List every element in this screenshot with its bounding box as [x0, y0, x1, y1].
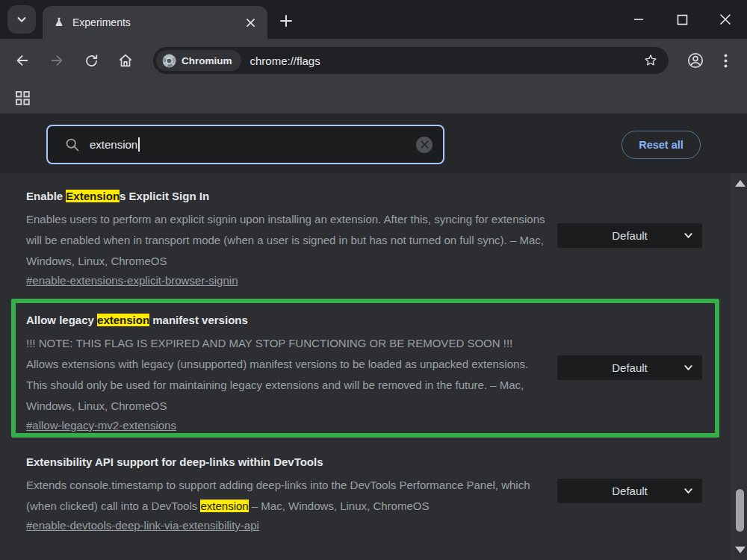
- flag-expired-note: !!! NOTE: THIS FLAG IS EXPIRED AND MAY S…: [26, 333, 549, 354]
- flag-description: Extends console.timestamp to support add…: [26, 475, 549, 517]
- scrollbar-thumb[interactable]: [736, 489, 744, 532]
- chevron-down-icon: [684, 363, 693, 373]
- profile-button[interactable]: [681, 46, 710, 75]
- tab-experiments[interactable]: Experiments: [43, 6, 267, 39]
- url-text[interactable]: chrome://flags: [250, 55, 641, 67]
- search-icon: [64, 137, 80, 152]
- star-icon: [643, 53, 658, 68]
- back-button[interactable]: [7, 46, 37, 75]
- plus-icon: [279, 14, 293, 28]
- window-controls: [617, 0, 747, 39]
- chevron-down-icon: [16, 13, 28, 25]
- flag-row-enable-extensions-explicit-sign-in: Enable Extensions Explicit Sign In Enabl…: [0, 185, 731, 288]
- apps-shortcut-button[interactable]: [13, 88, 32, 108]
- menu-button[interactable]: [710, 46, 740, 75]
- chromium-logo-icon: [162, 54, 176, 68]
- site-chip-label: Chromium: [182, 55, 232, 66]
- flask-icon: [53, 16, 65, 28]
- forward-arrow-icon: [49, 52, 65, 69]
- flag-permalink-link[interactable]: #enable-extensions-explicit-browser-sign…: [26, 274, 238, 287]
- chevron-down-icon: [684, 231, 693, 240]
- site-info-chip[interactable]: Chromium: [156, 50, 241, 71]
- flag-title: Allow legacy extension manifest versions: [26, 312, 549, 328]
- address-bar[interactable]: Chromium chrome://flags: [153, 47, 669, 74]
- flag-value-label: Default: [612, 229, 648, 242]
- browser-toolbar: Chromium chrome://flags: [0, 39, 747, 82]
- kebab-menu-icon: [724, 54, 728, 68]
- flag-permalink: #enable-devtools-deep-link-via-extensibi…: [26, 518, 549, 533]
- scrollbar[interactable]: [732, 173, 747, 560]
- tab-title: Experiments: [72, 16, 244, 28]
- titlebar: Experiments: [0, 0, 747, 39]
- tab-search-button[interactable]: [7, 5, 36, 34]
- tab-close-icon[interactable]: [244, 16, 257, 29]
- profile-icon: [686, 52, 704, 69]
- bookmark-button[interactable]: [640, 50, 661, 71]
- flag-permalink-link[interactable]: #enable-devtools-deep-link-via-extensibi…: [26, 519, 259, 532]
- chevron-down-icon: [684, 486, 693, 496]
- forward-button[interactable]: [42, 46, 72, 75]
- flag-description: !!! NOTE: THIS FLAG IS EXPIRED AND MAY S…: [26, 333, 549, 417]
- scroll-down-arrow-icon[interactable]: [735, 547, 746, 553]
- new-tab-button[interactable]: [275, 10, 297, 32]
- flag-value-select[interactable]: Default: [557, 223, 702, 248]
- flag-value-label: Default: [612, 485, 648, 497]
- home-button[interactable]: [111, 46, 140, 75]
- search-highlight: extension: [200, 500, 248, 512]
- clear-search-button[interactable]: [416, 137, 433, 153]
- minimize-button[interactable]: [617, 0, 660, 39]
- flag-title: Enable Extensions Explicit Sign In: [26, 188, 549, 204]
- text-caret: [138, 137, 140, 152]
- flag-row-extensibility-api-devtools: Extensibility API support for deep-links…: [0, 451, 731, 533]
- flag-value-select[interactable]: Default: [557, 479, 702, 503]
- maximize-button[interactable]: [660, 0, 704, 39]
- maximize-icon: [677, 14, 688, 25]
- flags-search-section: extension Reset all: [0, 113, 747, 173]
- search-value: extension: [90, 138, 137, 151]
- flag-permalink-link[interactable]: #allow-legacy-mv2-extensions: [26, 419, 176, 432]
- close-window-button[interactable]: [704, 0, 747, 39]
- flag-permalink: #enable-extensions-explicit-browser-sign…: [26, 273, 549, 288]
- search-highlight: Extension: [66, 190, 120, 202]
- search-highlight: extension: [97, 314, 149, 326]
- flags-list: Enable Extensions Explicit Sign In Enabl…: [0, 173, 747, 560]
- flag-title: Extensibility API support for deep-links…: [26, 454, 549, 470]
- apps-grid-icon: [15, 90, 31, 106]
- flag-description-body: Allows extensions with legacy (unsupport…: [26, 354, 549, 417]
- close-icon: [719, 13, 731, 25]
- flag-permalink: #allow-legacy-mv2-extensions: [26, 418, 549, 433]
- flag-value-label: Default: [612, 361, 648, 374]
- clear-x-icon: [421, 140, 429, 149]
- scroll-up-arrow-icon[interactable]: [735, 180, 746, 187]
- bookmarks-bar: [0, 82, 747, 113]
- minimize-icon: [633, 13, 645, 25]
- reload-icon: [84, 53, 99, 69]
- home-icon: [117, 52, 134, 69]
- search-input[interactable]: extension: [46, 125, 444, 164]
- back-arrow-icon: [14, 52, 31, 69]
- reset-all-button[interactable]: Reset all: [622, 131, 701, 159]
- flag-value-select[interactable]: Default: [557, 355, 702, 380]
- flag-row-allow-legacy-extension-manifest: Allow legacy extension manifest versions…: [0, 306, 731, 433]
- flag-description: Enables users to perform an explicit sig…: [26, 209, 549, 272]
- reload-button[interactable]: [76, 46, 106, 75]
